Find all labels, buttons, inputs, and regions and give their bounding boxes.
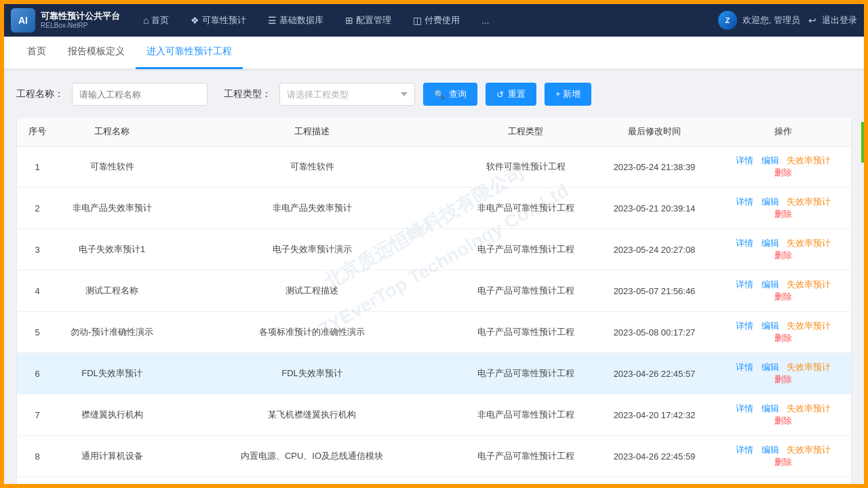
cell-time: 2023-04-26 22:45:59 [593, 436, 715, 477]
edit-link[interactable]: 编辑 [762, 238, 779, 248]
delete-link[interactable]: 删除 [774, 333, 792, 343]
cell-index: 8 [17, 436, 58, 477]
cell-index: 3 [17, 229, 58, 270]
project-name-input[interactable] [72, 83, 208, 106]
home-icon: ⌂ [143, 15, 149, 26]
detail-link[interactable]: 详情 [736, 445, 753, 455]
reliability-icon: ❖ [191, 15, 199, 26]
cell-index: 5 [17, 312, 58, 353]
detail-link[interactable]: 详情 [736, 279, 753, 289]
edit-link[interactable]: 编辑 [762, 155, 779, 165]
cell-type: 电子产品可靠性预计工程 [458, 270, 593, 312]
logo-sub-text: RELBox-NetRP [41, 22, 120, 30]
delete-link[interactable]: 删除 [774, 415, 792, 426]
cell-name: 电子失效率预计1 [58, 229, 166, 270]
green-bar-right [861, 122, 864, 163]
nav-config[interactable]: ⊞ 配置管理 [336, 4, 401, 37]
cell-type: 电子产品可靠性预计工程 [458, 229, 593, 270]
cell-time: 2023-05-24 21:38:39 [593, 146, 715, 188]
cell-name: 非电产品失效率预计 [58, 188, 166, 229]
edit-link[interactable]: 编辑 [762, 445, 779, 455]
delete-link[interactable]: 删除 [774, 209, 792, 219]
failure-link[interactable]: 失效率预计 [787, 321, 831, 331]
delete-link[interactable]: 删除 [774, 291, 792, 302]
subnav-report[interactable]: 报告模板定义 [57, 37, 136, 69]
nav-right: Z 欢迎您, 管理员 ↩ 退出登录 [718, 11, 857, 30]
logo-area: AI 可靠性预计公共平台 RELBox-NetRP [11, 8, 120, 33]
failure-link[interactable]: 失效率预计 [787, 362, 831, 372]
nav-home[interactable]: ⌂ 首页 [134, 4, 178, 37]
cell-index: 6 [17, 353, 58, 394]
cell-type: 电子产品可靠性预计工程 [458, 436, 593, 477]
edit-link[interactable]: 编辑 [762, 403, 779, 413]
cell-actions: 详情 编辑 失效率预计 删除 [715, 229, 851, 270]
top-navigation: AI 可靠性预计公共平台 RELBox-NetRP ⌂ 首页 ❖ 可靠性预计 ☰… [0, 4, 868, 37]
cell-desc: 非电产品失效率预计 [166, 188, 458, 229]
edit-link[interactable]: 编辑 [762, 197, 779, 207]
cell-index: 7 [17, 394, 58, 436]
delete-link[interactable]: 删除 [774, 374, 792, 384]
accent-bar-bottom [0, 484, 868, 488]
search-button[interactable]: 🔍 查询 [423, 83, 477, 106]
nav-payment[interactable]: ◫ 付费使用 [403, 4, 469, 37]
nav-reliability[interactable]: ❖ 可靠性预计 [181, 4, 256, 37]
name-label: 工程名称： [16, 88, 64, 100]
cell-type: 非电产品可靠性预计工程 [458, 394, 593, 436]
table-row: 4 测试工程名称 测试工程描述 电子产品可靠性预计工程 2023-05-07 2… [17, 270, 851, 312]
cell-name: 襟缝翼执行机构 [58, 394, 166, 436]
reset-button[interactable]: ↺ 重置 [486, 83, 536, 106]
failure-link[interactable]: 失效率预计 [787, 445, 831, 455]
delete-link[interactable]: 删除 [774, 457, 792, 467]
cell-actions: 详情 编辑 失效率预计 删除 [715, 146, 851, 188]
col-type: 工程类型 [458, 117, 593, 146]
logo-main-text: 可靠性预计公共平台 [41, 11, 120, 22]
table-row: 5 勿动-预计准确性演示 各项标准预计的准确性演示 电子产品可靠性预计工程 20… [17, 312, 851, 353]
cell-actions: 详情 编辑 失效率预计 删除 [715, 436, 851, 477]
cell-time: 2023-05-07 21:56:46 [593, 270, 715, 312]
edit-link[interactable]: 编辑 [762, 279, 779, 289]
subnav-project[interactable]: 进入可靠性预计工程 [136, 37, 243, 69]
cell-time: 2023-05-24 20:27:08 [593, 229, 715, 270]
filter-row: 工程名称： 工程类型： 请选择工程类型 🔍 查询 ↺ 重置 + 新增 [16, 83, 852, 106]
table-row: 3 电子失效率预计1 电子失效率预计演示 电子产品可靠性预计工程 2023-05… [17, 229, 851, 270]
cell-type: 电子产品可靠性预计工程 [458, 353, 593, 394]
failure-link[interactable]: 失效率预计 [787, 155, 831, 165]
project-type-select[interactable]: 请选择工程类型 [279, 83, 415, 106]
logo-icon: AI [11, 8, 35, 33]
delete-link[interactable]: 删除 [774, 250, 792, 260]
nav-database[interactable]: ☰ 基础数据库 [258, 4, 333, 37]
accent-bar-left [0, 0, 4, 488]
nav-more[interactable]: ... [472, 4, 498, 37]
detail-link[interactable]: 详情 [736, 238, 753, 248]
logout-button[interactable]: 退出登录 [822, 14, 857, 26]
logout-icon: ↩ [808, 15, 816, 26]
add-button[interactable]: + 新增 [545, 83, 591, 106]
cell-type: 软件可靠性预计工程 [458, 146, 593, 188]
failure-link[interactable]: 失效率预计 [787, 197, 831, 207]
cell-time: 2023-04-20 17:42:32 [593, 394, 715, 436]
cell-actions: 详情 编辑 失效率预计 删除 [715, 312, 851, 353]
failure-link[interactable]: 失效率预计 [787, 279, 831, 289]
failure-link[interactable]: 失效率预计 [787, 238, 831, 248]
cell-actions: 详情 编辑 失效率预计 删除 [715, 188, 851, 229]
cell-time: 2023-04-26 22:45:57 [593, 353, 715, 394]
subnav-home[interactable]: 首页 [16, 37, 57, 69]
edit-link[interactable]: 编辑 [762, 362, 779, 372]
failure-link[interactable]: 失效率预计 [787, 403, 831, 413]
cell-actions: 详情 编辑 失效率预计 删除 [715, 394, 851, 436]
delete-link[interactable]: 删除 [774, 167, 792, 178]
detail-link[interactable]: 详情 [736, 403, 753, 413]
config-icon: ⊞ [345, 15, 353, 26]
detail-link[interactable]: 详情 [736, 197, 753, 207]
cell-desc: 内置电源、CPU、IO及总线通信模块 [166, 436, 458, 477]
type-label: 工程类型： [224, 88, 271, 100]
cell-name: 可靠性软件 [58, 146, 166, 188]
detail-link[interactable]: 详情 [736, 362, 753, 372]
table-row: 1 可靠性软件 可靠性软件 软件可靠性预计工程 2023-05-24 21:38… [17, 146, 851, 188]
cell-desc: FDL失效率预计 [166, 353, 458, 394]
welcome-text: 欢迎您, 管理员 [743, 14, 800, 26]
cell-index: 2 [17, 188, 58, 229]
detail-link[interactable]: 详情 [736, 321, 753, 331]
detail-link[interactable]: 详情 [736, 155, 753, 165]
edit-link[interactable]: 编辑 [762, 321, 779, 331]
